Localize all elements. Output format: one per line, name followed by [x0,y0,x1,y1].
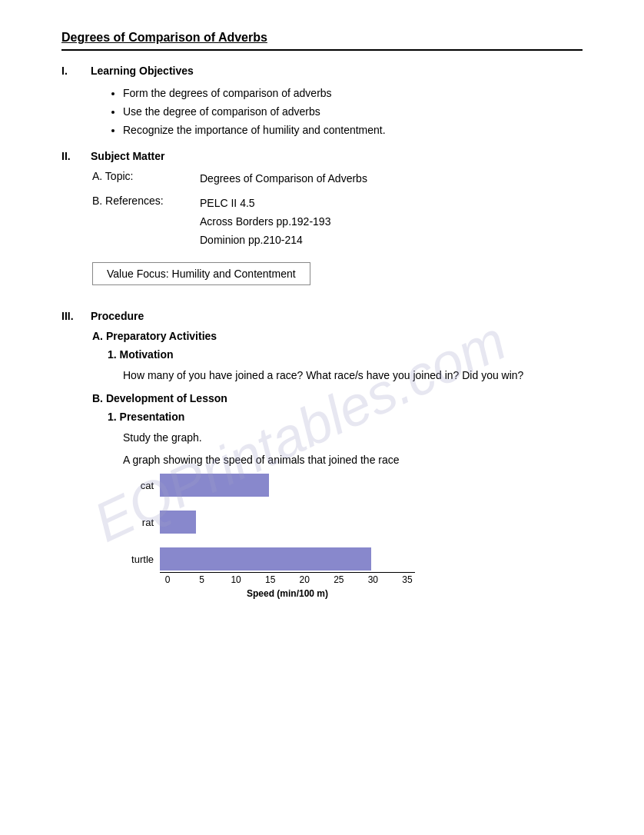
topic-value: Degrees of Comparison of Adverbs [200,170,367,188]
bar-row-turtle: turtle [123,547,415,571]
sub-section-b: B. Development of Lesson 1. Presentation… [92,392,583,599]
value-focus-box: Value Focus: Humility and Contentment [92,262,310,285]
chart-area: cat rat turtle [123,474,415,571]
section-subject-matter-header: II. Subject Matter [61,150,583,162]
motivation-header: 1. Motivation [108,348,583,361]
sub-section-b-header: B. Development of Lesson [92,392,583,404]
title-rule [61,49,583,51]
study-graph-instruction: Study the graph. [123,429,583,447]
bar-chart: cat rat turtle [123,474,415,599]
x-axis-label-30: 30 [365,574,380,585]
x-axis-title: Speed (min/100 m) [160,588,415,599]
presentation-header: 1. Presentation [108,411,583,423]
bar-fill-turtle [160,547,371,571]
reference-item: Across Borders pp.192-193 [200,213,330,231]
graph-caption: A graph showing the speed of animals tha… [123,454,583,466]
list-item: Form the degrees of comparison of adverb… [123,85,583,103]
page-title: Degrees of Comparison of Adverbs [61,31,583,45]
list-item: Recognize the importance of humility and… [123,121,583,140]
bar-row-cat: cat [123,474,415,497]
numbered-sub-presentation: 1. Presentation Study the graph. A graph… [108,411,583,599]
subject-matter-content: A. Topic: Degrees of Comparison of Adver… [61,170,583,298]
bar-row-rat: rat [123,511,415,534]
sub-section-a-header: A. Preparatory Activities [92,330,583,342]
bar-label-rat: rat [123,517,154,528]
x-axis-labels: 0 5 10 15 20 25 30 35 [160,574,415,585]
bar-fill-rat [160,511,196,534]
section-ii-numeral: II. [61,150,85,162]
reference-item: PELC II 4.5 [200,195,330,213]
x-axis-label-5: 5 [194,574,210,585]
value-focus-text: Value Focus: Humility and Contentment [107,268,296,280]
bar-track-rat [160,511,415,534]
sub-section-a: A. Preparatory Activities 1. Motivation … [92,330,583,385]
topic-label: A. Topic: [92,170,200,188]
x-axis-label-10: 10 [228,574,244,585]
x-axis-label-15: 15 [263,574,278,585]
learning-objectives-list: Form the degrees of comparison of adverb… [123,85,583,139]
section-i-numeral: I. [61,65,85,77]
section-learning-objectives-header: I. Learning Objectives [61,65,583,77]
numbered-sub-1: 1. Motivation How many of you have joine… [108,348,583,385]
x-axis-line [160,572,415,573]
section-ii-label: Subject Matter [91,150,164,162]
section-i-label: Learning Objectives [91,65,194,77]
x-axis-label-35: 35 [400,574,415,585]
x-axis-label-20: 20 [297,574,312,585]
bar-fill-cat [160,474,269,497]
motivation-body: How many of you have joined a race? What… [123,367,583,385]
references-values: PELC II 4.5 Across Borders pp.192-193 Do… [200,195,330,249]
bar-label-cat: cat [123,480,154,491]
references-label: B. References: [92,195,200,249]
bar-label-turtle: turtle [123,554,154,565]
section-iii-label: Procedure [91,310,144,322]
reference-item: Dominion pp.210-214 [200,231,330,250]
x-axis-label-25: 25 [331,574,347,585]
x-axis-label-0: 0 [160,574,175,585]
topic-row: A. Topic: Degrees of Comparison of Adver… [92,170,583,188]
list-item: Use the degree of comparison of adverbs [123,103,583,121]
bar-track-turtle [160,547,415,571]
section-procedure-header: III. Procedure [61,310,583,322]
section-iii-numeral: III. [61,310,85,322]
bar-track-cat [160,474,415,497]
references-row: B. References: PELC II 4.5 Across Border… [92,195,583,249]
